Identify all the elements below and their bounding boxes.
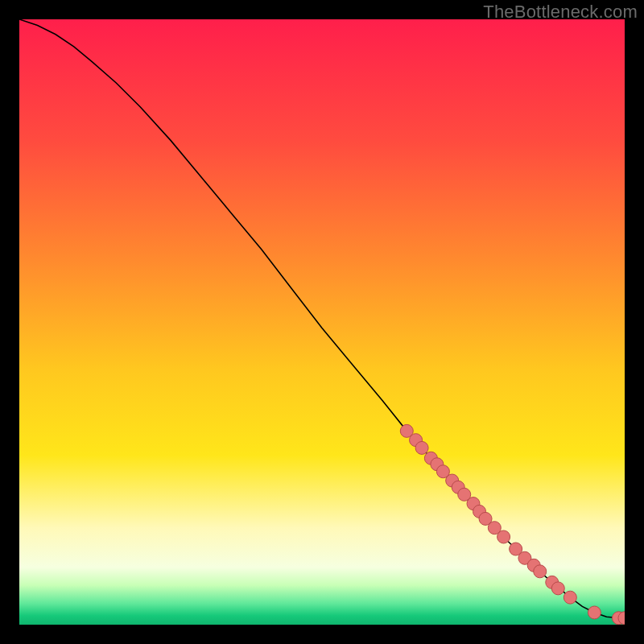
chart-svg: [19, 19, 625, 625]
chart-frame: TheBottleneck.com: [0, 0, 644, 644]
plot-area: [19, 19, 625, 625]
marker-point: [551, 582, 564, 595]
marker-point: [588, 606, 601, 619]
gradient-background: [19, 19, 625, 625]
marker-point: [564, 591, 576, 604]
marker-point: [415, 441, 428, 454]
marker-point: [497, 530, 510, 543]
marker-point: [534, 565, 547, 578]
